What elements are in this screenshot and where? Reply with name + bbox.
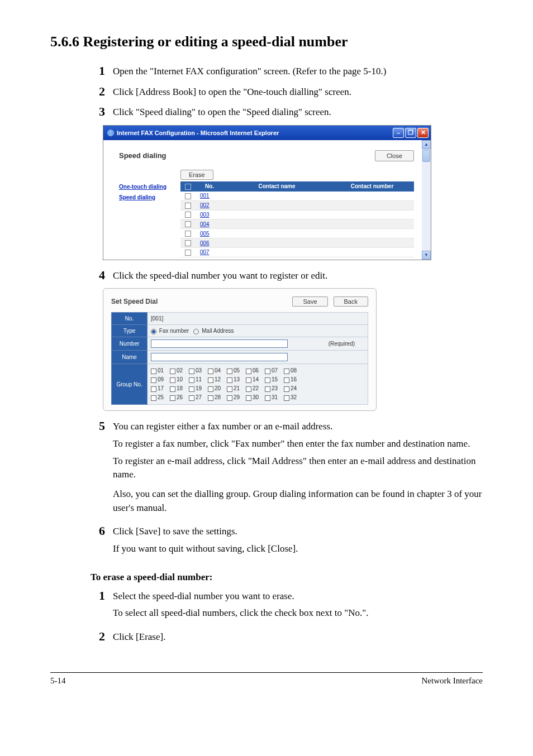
scroll-down-button[interactable]: ▼ [422,251,431,260]
row-checkbox[interactable] [185,193,191,199]
select-all-checkbox[interactable] [185,184,191,190]
row-checkbox[interactable] [185,212,191,218]
group-checkbox[interactable] [227,369,232,374]
group-checkbox-grid: 0102030405060708091011121314151617181920… [147,364,368,405]
page-number: 5-14 [50,676,66,686]
column-no: No. [196,181,223,192]
screenshot-speed-dialing: Internet FAX Configuration - Microsoft I… [103,125,431,260]
erase-button[interactable]: Erase [180,170,213,180]
label-group: Group No. [112,364,147,405]
row-number-link[interactable]: 001 [200,193,210,199]
group-checkbox[interactable] [151,395,156,401]
row-checkbox[interactable] [185,250,191,256]
radio-mail-address-label: Mail Address [202,328,234,334]
label-number: Number [112,337,147,351]
group-checkbox[interactable] [151,369,156,374]
step-number: 5 [89,419,105,518]
group-checkbox[interactable] [151,386,156,392]
group-checkbox[interactable] [170,377,175,383]
step-1: 1 Open the "Internet FAX configuration" … [89,64,483,79]
scroll-thumb[interactable] [422,150,430,162]
name-input[interactable] [151,353,288,361]
group-checkbox[interactable] [284,386,289,392]
close-window-button[interactable]: ✕ [417,128,429,138]
group-checkbox[interactable] [284,369,289,374]
group-checkbox-label: 04 [215,367,221,374]
column-contact-number: Contact number [330,181,414,192]
group-checkbox[interactable] [170,369,175,374]
group-checkbox[interactable] [246,369,251,374]
row-number-link[interactable]: 005 [200,231,210,237]
sidebar-link-one-touch[interactable]: One-touch dialing [119,184,180,190]
group-checkbox-label: 16 [291,376,297,382]
sidebar-link-speed-dialing[interactable]: Speed dialing [119,194,180,200]
group-checkbox-label: 22 [253,385,259,391]
group-checkbox[interactable] [208,386,213,392]
group-checkbox-label: 13 [234,376,240,382]
group-checkbox[interactable] [265,386,270,392]
group-checkbox[interactable] [246,386,251,392]
row-checkbox[interactable] [185,203,191,209]
group-checkbox[interactable] [227,395,232,401]
group-checkbox[interactable] [265,369,270,374]
group-checkbox-label: 05 [234,367,240,374]
group-checkbox[interactable] [189,377,194,383]
group-checkbox-label: 30 [253,394,259,400]
group-checkbox-label: 03 [196,367,202,374]
row-number-link[interactable]: 003 [200,212,210,218]
row-number-link[interactable]: 007 [200,249,210,255]
save-button[interactable]: Save [292,296,327,307]
group-checkbox[interactable] [189,369,194,374]
group-checkbox-label: 19 [196,385,202,391]
row-checkbox[interactable] [185,221,191,227]
step-paragraph: Also, you can set the dialling group. Gr… [113,487,483,515]
group-checkbox[interactable] [227,386,232,392]
group-checkbox[interactable] [151,377,156,383]
group-checkbox[interactable] [246,395,251,401]
step-paragraph: Select the speed-dial number you want to… [113,590,368,604]
group-checkbox[interactable] [227,377,232,383]
value-no: [001] [147,313,368,325]
row-checkbox[interactable] [185,231,191,237]
step-6: 6 Click [Save] to save the settings. If … [89,524,483,559]
group-checkbox[interactable] [170,395,175,401]
maximize-button[interactable]: ❐ [405,128,416,138]
close-button[interactable]: Close [375,150,414,161]
step-text: You can register either a fax number or … [113,419,483,518]
group-checkbox[interactable] [189,386,194,392]
group-checkbox-label: 21 [234,385,240,391]
step-4: 4 Click the speed-dial number you want t… [89,268,483,283]
table-row: 004 [180,219,414,229]
required-hint: (Required) [329,341,355,347]
group-checkbox[interactable] [284,395,289,401]
back-button[interactable]: Back [334,296,368,307]
erase-step-2: 2 Click [Erase]. [89,629,483,648]
ie-icon [107,129,115,137]
group-checkbox-label: 09 [158,376,164,382]
row-number-link[interactable]: 006 [200,240,210,246]
group-checkbox[interactable] [265,377,270,383]
group-checkbox[interactable] [208,369,213,374]
scrollbar[interactable]: ▲ ▼ [422,140,431,260]
row-number-link[interactable]: 002 [200,202,210,208]
group-checkbox[interactable] [265,395,270,401]
group-checkbox-label: 14 [253,376,259,382]
group-checkbox[interactable] [208,377,213,383]
group-checkbox[interactable] [284,377,289,383]
group-checkbox[interactable] [208,395,213,401]
scroll-up-button[interactable]: ▲ [422,140,431,149]
window-title: Internet FAX Configuration - Microsoft I… [117,130,279,136]
row-number-link[interactable]: 004 [200,221,210,227]
row-checkbox[interactable] [185,240,191,246]
group-checkbox[interactable] [170,386,175,392]
radio-fax-number[interactable] [151,329,156,334]
number-input[interactable] [151,339,288,348]
group-checkbox[interactable] [246,377,251,383]
group-checkbox[interactable] [189,395,194,401]
radio-mail-address[interactable] [193,329,199,334]
group-checkbox-label: 27 [196,394,202,400]
minimize-button[interactable]: – [393,128,404,138]
group-checkbox-label: 20 [215,385,221,391]
group-checkbox-label: 18 [177,385,183,391]
step-number: 2 [89,629,105,648]
